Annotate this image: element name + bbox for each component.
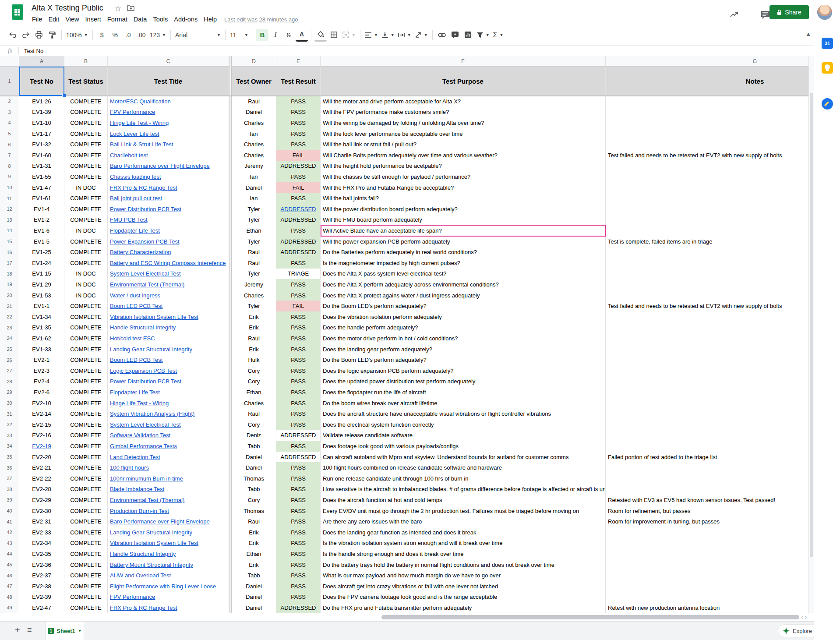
activity-trend-icon[interactable] [730, 11, 739, 20]
cell-status-8[interactable]: COMPLETE [64, 161, 108, 172]
cell-purpose-9[interactable]: Will the chassis be stiff enough for pay… [321, 171, 606, 183]
row-header-28[interactable]: 28 [0, 376, 19, 388]
cell-status-44[interactable]: COMPLETE [64, 548, 108, 560]
cell-purpose-38[interactable]: How senstive is the aircraft to imbalanc… [321, 484, 606, 495]
cell-title-14[interactable]: Flopdapter Life Test [108, 225, 229, 237]
cell-status-4[interactable]: COMPLETE [64, 117, 108, 129]
row-header-31[interactable]: 31 [0, 408, 19, 420]
cell-purpose-20[interactable]: Does the Alta X protect agains water / d… [321, 290, 606, 301]
row-header-2[interactable]: 2 [0, 96, 19, 107]
cell-title-36[interactable]: 100 flight hours [108, 462, 229, 474]
cell-note-12[interactable] [606, 204, 808, 215]
font-size-select[interactable]: 11▼ [228, 32, 250, 39]
cell-no-31[interactable]: EV2-14 [19, 408, 64, 420]
cell-purpose-15[interactable]: Will the power expansion PCB perform ade… [321, 236, 606, 248]
vertical-scrollbar[interactable] [808, 56, 814, 613]
cell-no-29[interactable]: EV2-6 [19, 387, 64, 398]
cell-purpose-43[interactable]: Is the vibration isolation system stron … [321, 538, 606, 549]
cell-owner-30[interactable]: Charles [232, 398, 276, 409]
column-header-C[interactable]: C [108, 56, 229, 67]
row-header-42[interactable]: 42 [0, 527, 19, 538]
undo-button[interactable] [7, 29, 19, 41]
row-header-7[interactable]: 7 [0, 150, 19, 161]
cell-owner-45[interactable]: Erik [232, 559, 276, 571]
cell-result-16[interactable]: ADDRESSED [276, 247, 321, 258]
cell-title-41[interactable]: Baro Performance over Flight Envelope [108, 516, 229, 527]
move-folder-icon[interactable] [127, 5, 135, 13]
cell-owner-28[interactable]: Cory [232, 376, 276, 388]
cell-note-6[interactable] [606, 139, 808, 150]
row-header-20[interactable]: 20 [0, 290, 19, 301]
cell-title-12[interactable]: Power Distribution PCB Test [108, 204, 229, 215]
cell-title-3[interactable]: FPV Performance [108, 107, 229, 118]
cell-result-24[interactable]: PASS [276, 333, 321, 344]
cell-purpose-25[interactable]: Does the landing gear perform adequately… [321, 344, 606, 355]
cell-purpose-40[interactable]: Every EV/DV unit must go through the 2 h… [321, 506, 606, 517]
cell-no-37[interactable]: EV2-22 [19, 473, 64, 484]
menu-help[interactable]: Help [201, 15, 220, 24]
cell-note-33[interactable] [606, 430, 808, 442]
row-header-29[interactable]: 29 [0, 387, 19, 398]
menu-view[interactable]: View [62, 15, 82, 24]
zoom-select[interactable]: 100%▼ [64, 32, 90, 39]
functions-button[interactable]: Σ▼ [491, 31, 505, 39]
cell-owner-48[interactable]: Daniel [232, 592, 276, 603]
all-sheets-button[interactable]: ≡ [27, 626, 32, 635]
cell-note-9[interactable] [606, 171, 808, 183]
row-header-39[interactable]: 39 [0, 495, 19, 506]
row-header-41[interactable]: 41 [0, 516, 19, 527]
cell-owner-5[interactable]: Ian [232, 128, 276, 140]
cell-result-2[interactable]: PASS [276, 96, 321, 107]
menu-data[interactable]: Data [131, 15, 150, 24]
spreadsheet-grid[interactable]: ABCDEFG123456789101112131415161718192021… [0, 56, 808, 613]
cell-owner-32[interactable]: Cory [232, 419, 276, 431]
cell-owner-40[interactable]: Thomas [232, 506, 276, 517]
cell-owner-9[interactable]: Ian [232, 171, 276, 183]
cell-purpose-22[interactable]: Does the vibration isolation perform ade… [321, 311, 606, 323]
cell-no-32[interactable]: EV2-15 [19, 419, 64, 431]
comment-history-icon[interactable] [760, 11, 770, 21]
cell-no-11[interactable]: EV1-61 [19, 193, 64, 204]
row-header-47[interactable]: 47 [0, 581, 19, 592]
cell-status-39[interactable]: COMPLETE [64, 495, 108, 506]
cell-purpose-13[interactable]: Will the FMU board perform adequately [321, 215, 606, 226]
header-cell-title[interactable]: Test Title [108, 67, 229, 96]
cell-no-44[interactable]: EV2-35 [19, 548, 64, 560]
cell-result-7[interactable]: FAIL [276, 150, 321, 161]
cell-note-38[interactable] [606, 484, 808, 495]
column-header-B[interactable]: B [64, 56, 108, 67]
cell-purpose-3[interactable]: Will the FPV performance make customers … [321, 107, 606, 118]
horizontal-scroll-arrows[interactable]: ‹› [801, 614, 808, 620]
cell-status-12[interactable]: COMPLETE [64, 204, 108, 215]
cell-note-34[interactable] [606, 441, 808, 452]
row-header-38[interactable]: 38 [0, 484, 19, 495]
column-header-A[interactable]: A [19, 56, 64, 67]
cell-status-28[interactable]: COMPLETE [64, 376, 108, 388]
cell-result-28[interactable]: PASS [276, 376, 321, 388]
cell-note-41[interactable]: Room for improvement in tuning, but pass… [606, 516, 808, 527]
cell-no-21[interactable]: EV1-1 [19, 301, 64, 312]
cell-purpose-44[interactable]: Is the handle strong enough and does it … [321, 548, 606, 560]
cell-status-23[interactable]: COMPLETE [64, 322, 108, 334]
cell-note-27[interactable] [606, 365, 808, 377]
tasks-icon[interactable] [822, 98, 833, 110]
cell-result-32[interactable]: PASS [276, 419, 321, 431]
cell-note-8[interactable] [606, 161, 808, 172]
row-header-30[interactable]: 30 [0, 398, 19, 409]
cell-status-30[interactable]: COMPLETE [64, 398, 108, 409]
cell-purpose-10[interactable]: Will the FRX Pro and Futaba Range be acc… [321, 182, 606, 194]
cell-purpose-41[interactable]: Are there any aero issues with the baro [321, 516, 606, 527]
cell-title-47[interactable]: Flight Performance with Ring Lever Loose [108, 581, 229, 592]
cell-owner-49[interactable]: Daniel [232, 602, 276, 613]
cell-result-13[interactable]: ADDRESSED [276, 215, 321, 226]
cell-note-48[interactable] [606, 592, 808, 603]
cell-status-19[interactable]: IN DOC [64, 279, 108, 290]
last-edit-link[interactable]: Last edit was 28 minutes ago [224, 16, 298, 23]
row-header-17[interactable]: 17 [0, 258, 19, 269]
cell-note-26[interactable] [606, 354, 808, 366]
cell-purpose-36[interactable]: 100 flight hours combined on release can… [321, 462, 606, 474]
cell-note-21[interactable]: Test failed and needs to be retested at … [606, 301, 808, 312]
cell-status-2[interactable]: COMPLETE [64, 96, 108, 107]
cell-title-15[interactable]: Power Expansion PCB Test [108, 236, 229, 248]
menu-tools[interactable]: Tools [150, 15, 171, 24]
